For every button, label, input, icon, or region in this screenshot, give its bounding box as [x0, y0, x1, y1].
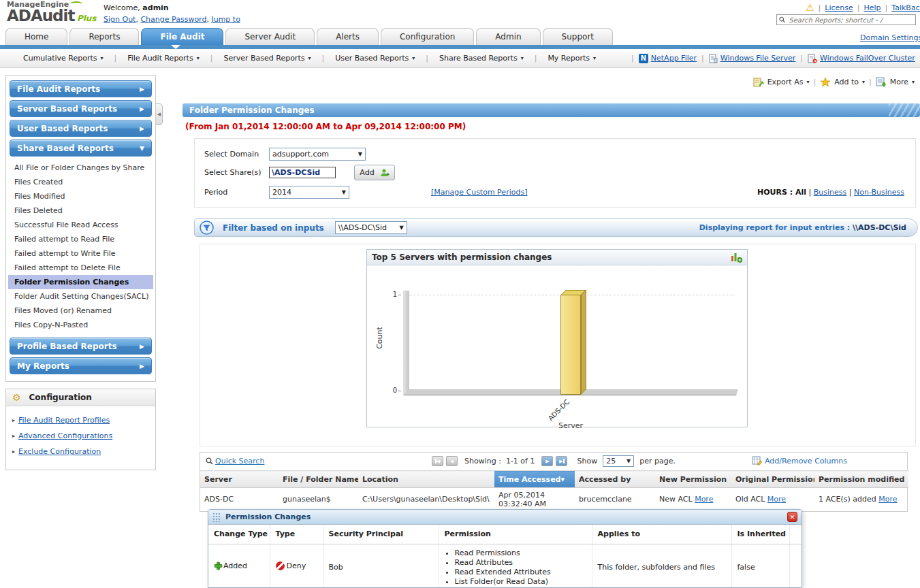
prev-page-button[interactable]: ◀	[446, 456, 458, 466]
share-input[interactable]	[269, 167, 336, 178]
quick-search[interactable]: Quick Search	[206, 457, 264, 466]
chart-options-icon[interactable]	[731, 252, 742, 263]
search-input[interactable]	[787, 16, 913, 24]
y-tickmark	[398, 295, 401, 295]
menu-share-based-reports[interactable]: Share Based Reports▾	[428, 54, 535, 63]
tab-file-audit[interactable]: File Audit	[141, 28, 223, 45]
sidebar-item-files-copy-n-pasted[interactable]: Files Copy-N-Pasted	[8, 318, 153, 332]
menu-user-based-reports[interactable]: User Based Reports▾	[324, 54, 426, 63]
sidebar-collapse-handle[interactable]: ◀	[156, 103, 163, 125]
manage-custom-periods-link[interactable]: [Manage Custom Periods]	[431, 188, 527, 197]
permission-row: Added Deny Bob Read Permissions Read Att…	[208, 544, 802, 588]
close-icon[interactable]: ✕	[787, 512, 797, 522]
license-link[interactable]: License	[825, 3, 853, 12]
bar-side-face	[581, 289, 586, 395]
sidebar-item-files-deleted[interactable]: Files Deleted	[8, 203, 153, 218]
domain-select[interactable]: adsupport.com▼	[269, 148, 366, 161]
jump-to-link[interactable]: Jump to	[211, 15, 240, 24]
next-page-button[interactable]: ▶	[541, 456, 553, 466]
sidebar-item-failed-delete[interactable]: Failed attempt to Delete File	[8, 261, 153, 275]
sidebar-item-files-moved-renamed[interactable]: Files Moved (or) Renamed	[8, 304, 153, 318]
menu-my-reports[interactable]: My Reports▾	[537, 54, 607, 63]
help-link[interactable]: Help	[863, 3, 881, 12]
col-permission: Permission	[439, 525, 592, 544]
dropdown-arrow-icon: ▼	[358, 151, 362, 157]
sidebar-item-folder-permission-changes[interactable]: Folder Permission Changes	[8, 275, 153, 289]
tab-support[interactable]: Support	[543, 28, 613, 45]
sign-out-link[interactable]: Sign Out	[104, 15, 136, 24]
export-as-button[interactable]: Export As▾	[753, 77, 810, 87]
period-select[interactable]: 2014▼	[269, 186, 349, 199]
separator: |	[631, 54, 634, 63]
tab-alerts[interactable]: Alerts	[317, 28, 379, 45]
col-file-folder-name[interactable]: File / Folder Name	[279, 471, 358, 488]
last-page-button[interactable]: ▶	[556, 456, 567, 466]
sidebar-item-all-changes-by-share[interactable]: All File or Folder Changes by Share	[8, 161, 153, 175]
col-accessed-by[interactable]: Accessed by	[575, 471, 655, 488]
sidebar-group-my-reports[interactable]: My Reports▶	[10, 357, 152, 374]
displaying-report-text: Displaying report for input entries : \\…	[699, 223, 906, 232]
domain-settings-link[interactable]: Domain Settings	[860, 33, 920, 42]
sidebar-item-files-created[interactable]: Files Created	[8, 175, 153, 189]
col-permission-modified[interactable]: Permission modified	[814, 471, 908, 488]
sidebar-item-failed-read[interactable]: Failed attempt to Read File	[8, 232, 153, 246]
more-button[interactable]: More▾	[876, 77, 915, 87]
logo: ManageEngine ADAudit Plus	[7, 1, 97, 24]
sidebar-group-server-based-reports[interactable]: Server Based Reports▶	[10, 100, 152, 117]
menu-file-audit-reports[interactable]: File Audit Reports▾	[116, 54, 210, 63]
separator: |	[813, 78, 816, 86]
report-date-range: (From Jan 01,2014 12:00:00 AM to Apr 09,…	[185, 122, 466, 131]
change-password-link[interactable]: Change Password	[140, 15, 206, 24]
page-size-select[interactable]: 25▼	[603, 455, 634, 467]
config-link-exclude-configuration[interactable]: ▸Exclude Configuration	[12, 447, 149, 456]
menu-server-based-reports[interactable]: Server Based Reports▾	[212, 54, 321, 63]
col-original-permission[interactable]: Original Permission	[731, 471, 814, 488]
add-to-button[interactable]: Add to▾	[820, 77, 865, 87]
tab-reports[interactable]: Reports	[69, 28, 139, 45]
sidebar-item-successful-file-read[interactable]: Successful File Read Access	[8, 218, 153, 232]
windows-failover-cluster-link[interactable]: Windows FailOver Cluster	[808, 54, 915, 63]
hours-business-link[interactable]: Business	[814, 188, 847, 197]
filter-input-select[interactable]: \\ADS-DC\Sid▼	[335, 221, 407, 234]
sidebar-group-file-audit-reports[interactable]: File Audit Reports▶	[10, 80, 152, 97]
logo-product: ADAudit	[7, 7, 74, 24]
config-link-advanced-configurations[interactable]: ▸Advanced Configurations	[12, 431, 149, 440]
link-arrow-icon: ▸	[12, 433, 15, 439]
netapp-filer-link[interactable]: NNetApp Filer	[639, 54, 697, 63]
tab-configuration[interactable]: Configuration	[381, 28, 474, 45]
ace-added-more-link[interactable]: More	[878, 495, 897, 504]
hours-nonbusiness-link[interactable]: Non-Business	[854, 188, 904, 197]
add-share-button[interactable]: Add	[354, 165, 395, 180]
col-type: Type	[270, 525, 323, 544]
sidebar-group-user-based-reports[interactable]: User Based Reports▶	[10, 120, 152, 137]
sidebar-item-files-modified[interactable]: Files Modified	[8, 189, 153, 203]
talkback-link[interactable]: TalkBack	[891, 3, 920, 12]
chart-region: Top 5 Servers with permission changes Co…	[200, 244, 916, 446]
drag-handle-icon[interactable]	[212, 512, 220, 522]
first-page-button[interactable]: ◀	[432, 456, 443, 466]
sidebar-item-folder-audit-setting-changes[interactable]: Folder Audit Setting Changes(SACL)	[8, 289, 153, 304]
col-location[interactable]: Location	[358, 471, 494, 488]
col-server[interactable]: Server	[200, 471, 279, 488]
warning-icon[interactable]: ⚠	[806, 2, 814, 13]
x-category-label: ADS-DC	[547, 398, 571, 422]
cell-time-accessed: Apr 05,201403:32:40 AM	[494, 488, 575, 511]
caret-down-icon: ▾	[862, 79, 865, 85]
windows-file-server-link[interactable]: Windows File Server	[709, 54, 796, 63]
config-link-file-audit-report-profiles[interactable]: ▸File Audit Report Profiles	[12, 416, 149, 425]
sidebar-group-share-based-reports[interactable]: Share Based Reports▼	[10, 140, 152, 157]
old-acl-more-link[interactable]: More	[767, 495, 786, 504]
sidebar-group-profile-based-reports[interactable]: Profile Based Reports▶	[10, 338, 152, 355]
bar-ads-dc[interactable]	[560, 295, 581, 395]
col-time-accessed[interactable]: Time Accessed▾	[494, 471, 575, 488]
col-new-permission[interactable]: New Permission	[655, 471, 731, 488]
tab-admin[interactable]: Admin	[476, 28, 540, 45]
tab-home[interactable]: Home	[5, 28, 67, 45]
hours-all[interactable]: All	[795, 188, 806, 197]
sidebar-item-failed-write[interactable]: Failed attempt to Write File	[8, 246, 153, 261]
new-acl-more-link[interactable]: More	[695, 495, 713, 504]
menu-cumulative-reports[interactable]: Cumulative Reports▾	[12, 54, 114, 63]
add-remove-columns-button[interactable]: Add/Remove Columns	[752, 456, 847, 466]
select-shares-label: Select Share(s)	[204, 168, 267, 177]
tab-server-audit[interactable]: Server Audit	[225, 28, 315, 45]
